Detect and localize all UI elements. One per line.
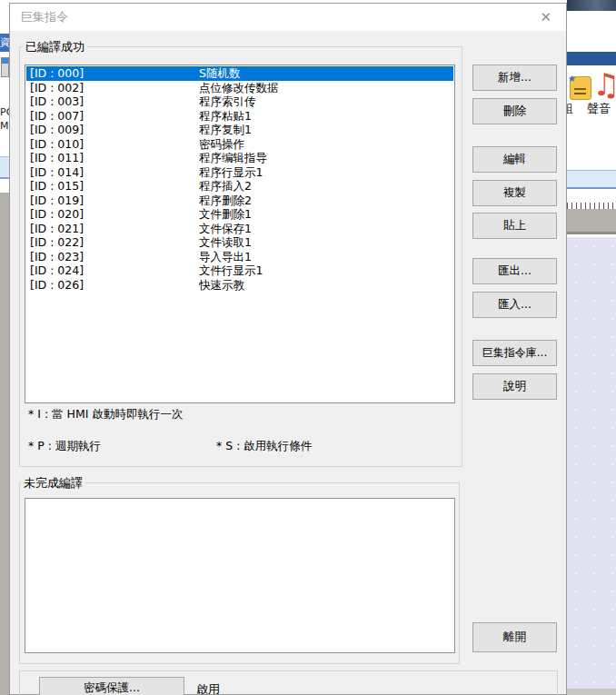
background-left-panel: 資料 PC( MI): [0, 0, 9, 695]
toolbar-label-sound: 聲音: [587, 101, 611, 117]
note-periodic: * P : 週期執行: [28, 439, 101, 454]
macro-list-item[interactable]: [ID : 026]快速示教: [26, 278, 453, 293]
macro-dialog: 巨集指令 ✕ 已編譯成功 [ID : 000]S随机数[ID : 002]点位修…: [9, 3, 567, 695]
horizontal-scrollbar[interactable]: [567, 689, 616, 695]
macro-list-item[interactable]: [ID : 014]程序行显示1: [26, 165, 453, 180]
macro-list-item[interactable]: [ID : 002]点位修改传数据: [26, 81, 453, 95]
macro-list-item[interactable]: [ID : 003]程序索引传: [26, 94, 453, 109]
background-tree-item-selected[interactable]: 資料: [0, 34, 9, 52]
window-thumbnail-icon: [1, 57, 9, 77]
password-protect-button[interactable]: 密碼保護...: [39, 677, 184, 695]
new-button[interactable]: 新增...: [472, 65, 557, 91]
macro-list-item[interactable]: [ID : 022]文件读取1: [26, 235, 453, 250]
copy-button[interactable]: 複製: [472, 180, 557, 206]
background-selection-band: [0, 156, 9, 179]
macro-list-item[interactable]: [ID : 023]导入导出1: [26, 250, 453, 264]
macro-list-item[interactable]: [ID : 007]程序粘贴1: [26, 109, 453, 124]
editor-canvas[interactable]: [567, 237, 616, 689]
uncompiled-group-label: 未完成編譯: [21, 475, 85, 491]
uncompiled-macro-list[interactable]: [25, 498, 455, 653]
import-button[interactable]: 匯入...: [472, 292, 557, 318]
note-startup: * I : 當 HMI 啟動時即執行一次: [28, 407, 183, 422]
background-tree-text-line2: MI): [0, 120, 9, 132]
macro-list-item[interactable]: [ID : 009]程序复制1: [26, 123, 453, 137]
macro-list-item[interactable]: [ID : 020]文件删除1: [26, 207, 453, 222]
delete-button[interactable]: 刪除: [472, 98, 557, 124]
background-gray-panel: [0, 193, 9, 695]
paste-button[interactable]: 貼上: [472, 213, 557, 239]
macro-list-item[interactable]: [ID : 015]程序插入2: [26, 179, 453, 194]
edit-button[interactable]: 編輯: [472, 146, 557, 173]
group-icon[interactable]: ★: [570, 76, 591, 100]
macro-list-item[interactable]: [ID : 011]程序编辑指导: [26, 151, 453, 165]
sound-icon[interactable]: ♫: [592, 69, 616, 100]
exit-button[interactable]: 離開: [472, 622, 557, 652]
macro-list-item[interactable]: [ID : 021]文件保存1: [26, 222, 453, 236]
note-condition: * S : 啟用執行條件: [216, 439, 312, 454]
toolbar-label-group: 組: [567, 101, 573, 117]
close-icon[interactable]: ✕: [540, 9, 551, 25]
help-button[interactable]: 說明: [472, 373, 557, 400]
compiled-group-label: 已編譯成功: [23, 39, 87, 55]
ribbon-blue-band: [567, 52, 616, 65]
macro-list-item[interactable]: [ID : 024]文件行显示1: [26, 263, 453, 278]
password-status-label: 啟用: [196, 681, 220, 695]
star-icon: ★: [568, 74, 576, 84]
dialog-title: 巨集指令: [21, 4, 68, 31]
macro-list-item[interactable]: [ID : 010]密码操作: [26, 137, 453, 152]
canvas-margin: [567, 209, 616, 234]
dialog-titlebar[interactable]: 巨集指令 ✕: [10, 4, 566, 31]
wallpaper-edge: [567, 0, 616, 11]
macro-list-item[interactable]: [ID : 019]程序删除2: [26, 194, 453, 208]
compiled-macro-list[interactable]: [ID : 000]S随机数[ID : 002]点位修改传数据[ID : 003…: [25, 65, 455, 403]
macro-list-item[interactable]: [ID : 000]S随机数: [26, 66, 453, 81]
macro-library-button[interactable]: 巨集指令庫...: [472, 340, 557, 366]
background-tree-text-line1: PC(: [0, 106, 9, 118]
background-selection-band: [567, 170, 616, 189]
ruler: [567, 198, 616, 209]
background-right-panel: ★ ♫ 組 聲音: [567, 0, 616, 695]
export-button[interactable]: 匯出...: [472, 258, 557, 284]
